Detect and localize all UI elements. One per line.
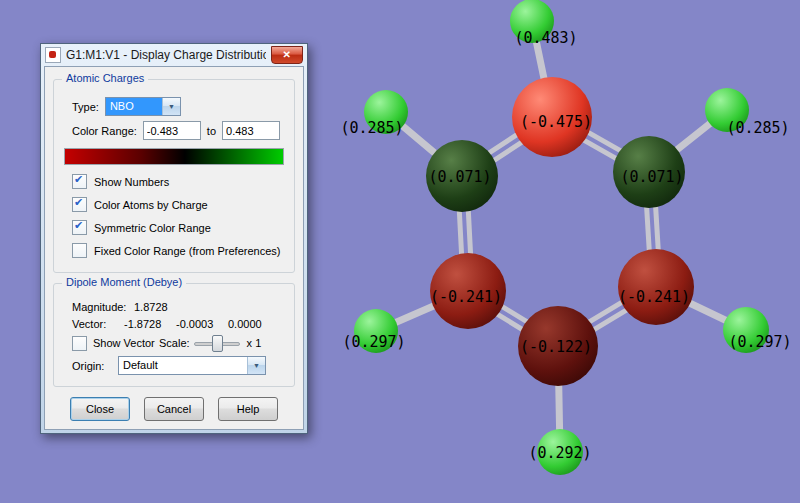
atom-sphere[interactable] bbox=[618, 249, 694, 325]
magnitude-label: Magnitude: bbox=[72, 301, 134, 313]
cancel-button[interactable]: Cancel bbox=[144, 397, 204, 421]
origin-dropdown[interactable]: Default bbox=[118, 356, 266, 375]
origin-row: Origin: Default bbox=[72, 356, 286, 375]
charge-label: (0.483) bbox=[514, 29, 577, 47]
show-numbers-row[interactable]: Show Numbers bbox=[72, 174, 286, 189]
symmetric-color-range-row[interactable]: Symmetric Color Range bbox=[72, 220, 286, 235]
close-button[interactable]: Close bbox=[70, 397, 130, 421]
chevron-down-icon[interactable] bbox=[247, 357, 265, 374]
color-range-max-input[interactable] bbox=[222, 121, 280, 140]
color-atoms-by-charge-label: Color Atoms by Charge bbox=[94, 199, 208, 211]
charge-type-dropdown[interactable]: NBO bbox=[105, 97, 181, 116]
chevron-down-icon[interactable] bbox=[162, 98, 180, 115]
fixed-color-range-row[interactable]: Fixed Color Range (from Preferences) bbox=[72, 243, 286, 258]
dialog-button-row: Close Cancel Help bbox=[49, 397, 299, 421]
help-button[interactable]: Help bbox=[218, 397, 278, 421]
symmetric-color-range-checkbox[interactable] bbox=[72, 220, 87, 235]
charge-label: (-0.241) bbox=[618, 288, 690, 306]
color-atoms-by-charge-row[interactable]: Color Atoms by Charge bbox=[72, 197, 286, 212]
close-window-icon[interactable]: ✕ bbox=[271, 46, 303, 64]
color-range-row: Color Range: to bbox=[72, 121, 286, 140]
type-label: Type: bbox=[72, 101, 99, 113]
vector-row: Vector: -1.8728 -0.0003 0.0000 bbox=[72, 318, 286, 330]
to-label: to bbox=[207, 125, 216, 137]
charge-label: (-0.122) bbox=[520, 338, 592, 356]
show-numbers-label: Show Numbers bbox=[94, 176, 169, 188]
charge-label: (-0.241) bbox=[430, 288, 502, 306]
scale-value: x 1 bbox=[247, 337, 262, 349]
scale-label: Scale: bbox=[159, 337, 190, 349]
charge-label: (0.285) bbox=[726, 119, 789, 137]
show-vector-row: Show Vector Scale: x 1 bbox=[72, 335, 286, 351]
vector-x-value: -1.8728 bbox=[124, 318, 176, 330]
dipole-moment-group-label: Dipole Moment (Debye) bbox=[62, 276, 186, 288]
color-gradient-bar bbox=[64, 148, 284, 165]
molecule-viewport[interactable]: (0.483)(-0.475)(0.285)(0.285)(0.071)(0.0… bbox=[0, 0, 800, 503]
magnitude-value: 1.8728 bbox=[134, 301, 168, 313]
dipole-moment-group: Dipole Moment (Debye) Magnitude: 1.8728 … bbox=[53, 283, 295, 387]
vector-z-value: 0.0000 bbox=[228, 318, 280, 330]
dialog-client-area: Atomic Charges Type: NBO Color Range: to bbox=[44, 66, 304, 430]
atomic-charges-group: Atomic Charges Type: NBO Color Range: to bbox=[53, 79, 295, 273]
color-range-min-input[interactable] bbox=[143, 121, 201, 140]
show-numbers-checkbox[interactable] bbox=[72, 174, 87, 189]
app-doc-icon bbox=[45, 47, 61, 63]
show-vector-checkbox[interactable] bbox=[72, 336, 87, 351]
charge-distribution-dialog: G1:M1:V1 - Display Charge Distribution ✕… bbox=[40, 43, 308, 434]
charge-type-selected-value: NBO bbox=[106, 98, 162, 115]
atomic-charges-group-label: Atomic Charges bbox=[62, 72, 148, 84]
dialog-titlebar[interactable]: G1:M1:V1 - Display Charge Distribution ✕ bbox=[44, 44, 304, 66]
origin-selected-value: Default bbox=[119, 357, 247, 374]
charge-label: (0.071) bbox=[428, 168, 491, 186]
vector-label: Vector: bbox=[72, 318, 124, 330]
fixed-color-range-checkbox[interactable] bbox=[72, 243, 87, 258]
color-range-label: Color Range: bbox=[72, 125, 137, 137]
origin-label: Origin: bbox=[72, 360, 112, 372]
charge-label: (0.292) bbox=[528, 444, 591, 462]
charge-label: (-0.475) bbox=[520, 113, 592, 131]
symmetric-color-range-label: Symmetric Color Range bbox=[94, 222, 211, 234]
slider-thumb[interactable] bbox=[212, 335, 223, 352]
scale-slider[interactable] bbox=[194, 335, 240, 351]
charge-label: (0.297) bbox=[728, 333, 791, 351]
magnitude-row: Magnitude: 1.8728 bbox=[72, 301, 286, 313]
vector-y-value: -0.0003 bbox=[176, 318, 228, 330]
charge-label: (0.297) bbox=[342, 333, 405, 351]
charge-label: (0.285) bbox=[340, 119, 403, 137]
show-vector-label: Show Vector bbox=[93, 337, 159, 349]
fixed-color-range-label: Fixed Color Range (from Preferences) bbox=[94, 245, 280, 257]
charge-label: (0.071) bbox=[620, 168, 683, 186]
type-row: Type: NBO bbox=[72, 97, 286, 116]
dialog-title: G1:M1:V1 - Display Charge Distribution bbox=[66, 48, 266, 62]
color-atoms-by-charge-checkbox[interactable] bbox=[72, 197, 87, 212]
